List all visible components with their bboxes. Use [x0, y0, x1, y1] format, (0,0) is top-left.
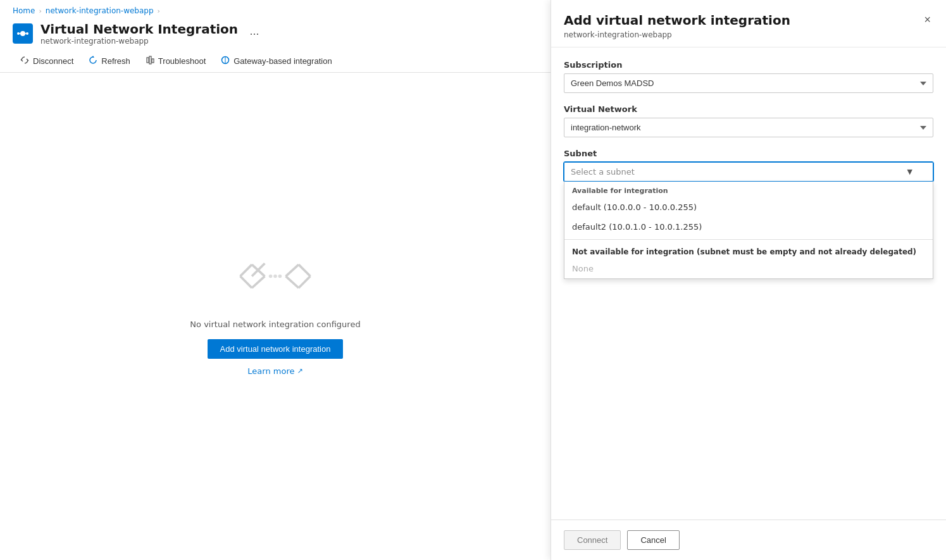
empty-state-icon [237, 248, 313, 307]
svg-line-16 [286, 264, 299, 276]
breadcrumb: Home › network-integration-webapp › [0, 0, 551, 19]
panel-title-block: Add virtual network integration network-… [564, 13, 790, 39]
subscription-group: Subscription Green Demos MADSD [564, 60, 933, 93]
panel-header: Add virtual network integration network-… [551, 0, 946, 47]
panel-footer: Connect Cancel [551, 520, 946, 560]
page-subtitle: network-integration-webapp [40, 37, 238, 46]
external-link-icon: ↗ [297, 367, 302, 375]
empty-state-text: No virtual network integration configure… [190, 320, 360, 329]
page-title: Virtual Network Integration [40, 22, 238, 37]
svg-point-2 [26, 32, 28, 35]
disconnect-button[interactable]: Disconnect [13, 51, 81, 73]
content-area: No virtual network integration configure… [0, 73, 551, 551]
panel-title: Add virtual network integration [564, 13, 790, 28]
learn-more-link[interactable]: Learn more ↗ [247, 366, 302, 376]
gateway-icon [221, 56, 230, 66]
svg-point-21 [273, 274, 277, 278]
subnet-select-display[interactable]: Select a subnet ▼ [564, 162, 933, 182]
svg-rect-9 [152, 59, 154, 63]
learn-more-label: Learn more [247, 366, 294, 376]
close-button[interactable]: × [921, 13, 933, 27]
subnet-label: Subnet [564, 149, 933, 158]
disconnect-icon [20, 56, 29, 66]
svg-rect-7 [147, 58, 149, 63]
panel-body: Subscription Green Demos MADSD Virtual N… [551, 47, 946, 520]
toolbar: Disconnect Refresh [0, 51, 551, 73]
subnet-default2-item[interactable]: default2 (10.0.1.0 - 10.0.1.255) [564, 217, 933, 237]
breadcrumb-resource[interactable]: network-integration-webapp [46, 6, 154, 15]
page-header: Virtual Network Integration network-inte… [0, 19, 551, 51]
vnet-group: Virtual Network integration-network [564, 104, 933, 137]
svg-line-15 [252, 276, 265, 287]
svg-line-12 [240, 264, 252, 276]
svg-line-17 [286, 276, 299, 287]
svg-line-6 [27, 59, 28, 61]
svg-line-5 [21, 59, 23, 61]
page-title-block: Virtual Network Integration network-inte… [40, 22, 238, 46]
refresh-button[interactable]: Refresh [81, 51, 138, 73]
svg-line-19 [299, 276, 310, 287]
connect-button: Connect [564, 530, 621, 550]
vnet-label: Virtual Network [564, 104, 933, 114]
side-panel: Add virtual network integration network-… [551, 0, 946, 560]
chevron-down-icon: ▼ [907, 168, 912, 176]
disconnect-label: Disconnect [33, 56, 73, 66]
available-header: Available for integration [564, 182, 933, 197]
breadcrumb-home[interactable]: Home [13, 6, 35, 15]
svg-line-18 [299, 264, 310, 276]
refresh-label: Refresh [101, 56, 130, 66]
cancel-button[interactable]: Cancel [627, 530, 679, 550]
svg-point-0 [20, 31, 25, 36]
unavailable-header: Not available for integration (subnet mu… [564, 242, 933, 259]
svg-point-1 [17, 32, 20, 35]
refresh-icon [89, 56, 97, 66]
ellipsis-button[interactable]: ··· [246, 25, 263, 42]
breadcrumb-sep2: › [158, 7, 160, 15]
troubleshoot-label: Troubleshoot [158, 56, 206, 66]
breadcrumb-sep1: › [39, 7, 41, 15]
subnet-none-item: None [564, 259, 933, 278]
subnet-placeholder: Select a subnet [571, 167, 635, 177]
svg-point-20 [269, 274, 273, 278]
svg-line-13 [240, 276, 252, 287]
subnet-dropdown-list: Available for integration default (10.0.… [564, 182, 933, 279]
vnet-icon [13, 23, 33, 44]
troubleshoot-button[interactable]: Troubleshoot [138, 51, 213, 73]
dropdown-divider [564, 239, 933, 240]
troubleshoot-icon [146, 56, 154, 66]
subnet-dropdown-container: Select a subnet ▼ Available for integrat… [564, 162, 933, 182]
svg-point-22 [278, 274, 282, 278]
subnet-default-item[interactable]: default (10.0.0.0 - 10.0.0.255) [564, 197, 933, 217]
gateway-label: Gateway-based integration [233, 56, 332, 66]
subscription-select[interactable]: Green Demos MADSD [564, 73, 933, 93]
subscription-label: Subscription [564, 60, 933, 70]
svg-rect-8 [149, 56, 151, 64]
vnet-select[interactable]: integration-network [564, 118, 933, 137]
subnet-group: Subnet Select a subnet ▼ Available for i… [564, 149, 933, 182]
gateway-button[interactable]: Gateway-based integration [213, 51, 339, 73]
add-vnet-button[interactable]: Add virtual network integration [208, 339, 344, 359]
panel-subtitle: network-integration-webapp [564, 30, 790, 39]
